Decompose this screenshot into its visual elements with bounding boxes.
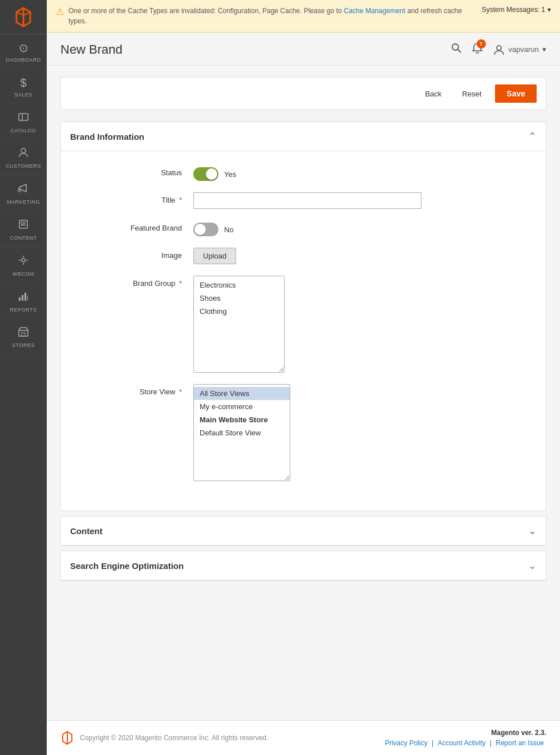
svg-rect-11 [24, 222, 26, 223]
sidebar-item-label: WBCOM [13, 271, 34, 277]
magento-logo-icon [13, 7, 34, 27]
svg-rect-9 [21, 222, 23, 224]
brand-group-select[interactable]: Electronics Shoes Clothing [193, 276, 285, 373]
copyright-text: Copyright © 2020 Magento Commerce Inc. A… [80, 734, 268, 742]
sidebar-item-label: MARKETING [7, 199, 40, 205]
svg-point-6 [21, 148, 26, 153]
footer-magento-logo [60, 731, 74, 745]
notification-badge: 7 [477, 39, 486, 49]
svg-rect-12 [24, 223, 26, 224]
report-issue-link[interactable]: Report an Issue [496, 739, 544, 747]
featured-toggle-wrap: No [193, 220, 527, 236]
brand-group-label: Brand Group * [79, 276, 193, 288]
featured-brand-toggle[interactable] [193, 223, 218, 236]
seo-header[interactable]: Search Engine Optimization ⌄ [61, 551, 546, 580]
store-view-row: Store View * All Store Views My e-commer… [79, 384, 527, 481]
required-indicator: * [179, 279, 182, 288]
list-item[interactable]: My e-commerce [194, 400, 290, 413]
magento-version: Magento ver. 2.3. [383, 729, 546, 737]
image-label: Image [79, 248, 193, 260]
account-activity-link[interactable]: Account Activity [437, 739, 485, 747]
privacy-policy-link[interactable]: Privacy Policy [385, 739, 428, 747]
featured-toggle-label: No [224, 225, 234, 234]
list-item[interactable]: All Store Views [194, 387, 290, 400]
status-row: Status Yes [79, 165, 527, 181]
save-button[interactable]: Save [495, 84, 537, 103]
svg-rect-22 [19, 330, 28, 336]
toggle-thumb [206, 168, 217, 180]
search-icon[interactable] [451, 42, 462, 56]
user-dropdown-icon: ▾ [542, 45, 546, 54]
list-item[interactable]: Default Store View [194, 426, 290, 439]
status-toggle[interactable] [193, 167, 218, 181]
footer-links: Privacy Policy | Account Activity | Repo… [383, 739, 546, 747]
action-bar: Back Reset Save [60, 77, 546, 110]
list-item[interactable]: Electronics [194, 278, 284, 292]
reset-button[interactable]: Reset [455, 86, 488, 102]
page-title: New Brand [60, 42, 123, 57]
expand-icon: ⌄ [528, 559, 537, 572]
list-item[interactable]: Main Website Store [194, 413, 290, 426]
sidebar-item-label: REPORTS [10, 307, 37, 313]
image-row: Image Upload [79, 248, 527, 264]
svg-point-24 [452, 44, 458, 50]
store-view-select[interactable]: All Store Views My e-commerce Main Websi… [193, 384, 290, 481]
customers-icon [18, 147, 29, 161]
svg-rect-19 [22, 295, 23, 301]
svg-rect-18 [19, 297, 21, 301]
footer-left: Copyright © 2020 Magento Commerce Inc. A… [60, 731, 268, 745]
dashboard-icon: ⊙ [19, 41, 29, 55]
user-menu[interactable]: vapvarun ▾ [493, 43, 546, 56]
svg-rect-10 [21, 225, 26, 225]
brand-info-body: Status Yes Title [61, 151, 546, 511]
sidebar-item-sales[interactable]: $ SALES [0, 70, 47, 104]
brand-info-header[interactable]: Brand Information ⌃ [61, 122, 546, 151]
svg-line-2 [17, 12, 23, 15]
content-area: Back Reset Save Brand Information ⌃ Stat… [47, 66, 560, 720]
content-header[interactable]: Content ⌄ [61, 516, 546, 546]
cache-management-link[interactable]: Cache Management [344, 7, 405, 15]
store-view-label: Store View * [79, 384, 193, 396]
sidebar-item-stores[interactable]: STORES [0, 319, 47, 355]
collapse-icon: ⌃ [528, 130, 537, 143]
user-avatar-icon [493, 43, 505, 56]
brand-group-row: Brand Group * Electronics Shoes Clothing [79, 276, 527, 373]
featured-brand-label: Featured Brand [79, 220, 193, 232]
svg-rect-4 [19, 114, 28, 120]
sidebar-item-label: CONTENT [10, 235, 37, 241]
sidebar-item-label: DASHBOARD [6, 57, 41, 63]
sidebar-item-marketing[interactable]: MARKETING [0, 176, 47, 212]
sidebar-item-customers[interactable]: CUSTOMERS [0, 140, 47, 176]
warning-icon: ⚠ [56, 6, 64, 17]
status-label: Status [79, 165, 193, 177]
system-messages[interactable]: System Messages: 1 ▾ [482, 6, 551, 14]
sidebar-item-dashboard[interactable]: ⊙ DASHBOARD [0, 34, 47, 70]
notifications-button[interactable]: 7 [471, 42, 484, 57]
back-button[interactable]: Back [418, 86, 448, 102]
list-item[interactable]: Clothing [194, 305, 284, 318]
toggle-thumb [194, 224, 206, 235]
sidebar-item-reports[interactable]: REPORTS [0, 284, 47, 320]
sidebar-item-label: SALES [14, 92, 33, 98]
store-view-control: All Store Views My e-commerce Main Websi… [193, 384, 527, 481]
svg-rect-23 [22, 333, 25, 336]
catalog-icon [18, 111, 29, 126]
brand-group-control: Electronics Shoes Clothing [193, 276, 527, 373]
sidebar-item-catalog[interactable]: CATALOG [0, 104, 47, 140]
sidebar-item-label: CATALOG [10, 128, 36, 134]
image-control: Upload [193, 248, 527, 264]
sidebar-item-wbcom[interactable]: WBCOM [0, 248, 47, 284]
title-row: Title * [79, 192, 527, 209]
sidebar-item-content[interactable]: CONTENT [0, 212, 47, 248]
page-footer: Copyright © 2020 Magento Commerce Inc. A… [47, 720, 560, 755]
title-input[interactable] [193, 192, 421, 209]
sidebar-logo [0, 0, 47, 34]
seo-section: Search Engine Optimization ⌄ [60, 551, 546, 581]
seo-title: Search Engine Optimization [70, 561, 184, 571]
brand-info-title: Brand Information [70, 132, 144, 142]
list-item[interactable]: Shoes [194, 292, 284, 305]
featured-control: No [193, 220, 527, 236]
upload-button[interactable]: Upload [193, 248, 236, 264]
alert-text: One or more of the Cache Types are inval… [68, 6, 482, 26]
content-title: Content [70, 526, 103, 536]
